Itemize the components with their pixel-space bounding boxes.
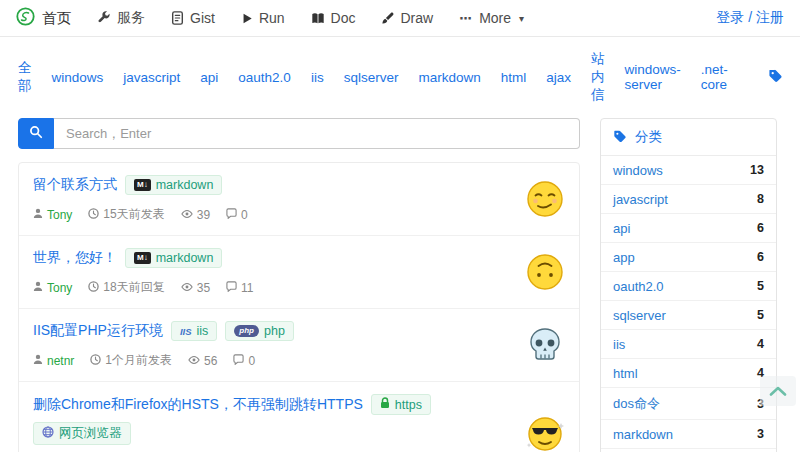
book-icon	[311, 12, 325, 25]
post-time: 15天前发表	[88, 206, 164, 223]
category-link[interactable]: sqlserver	[613, 308, 666, 323]
search-bar	[18, 118, 580, 149]
post-meta: Tony 18天前回复 35 11	[33, 279, 513, 296]
nav-item-gist[interactable]: Gist	[171, 10, 215, 26]
tag-badge-https[interactable]: https	[371, 394, 431, 415]
post-meta: Tony 15天前发表 39 0	[33, 206, 513, 223]
tag-filter[interactable]: sqlserver	[344, 70, 399, 85]
post-author[interactable]: Tony	[33, 208, 72, 222]
navbar: 首页 服务 Gist Run Doc Draw ⋯ More ▾ 登录 / 注册	[0, 0, 800, 37]
category-row: windows13	[601, 156, 776, 185]
tag-filter[interactable]: windows	[52, 70, 104, 85]
category-link[interactable]: app	[613, 250, 635, 265]
markdown-icon: M↓	[134, 179, 151, 191]
tag-filter-all[interactable]: 全部	[18, 59, 32, 95]
category-count: 8	[757, 192, 764, 206]
home-label: 首页	[42, 9, 71, 28]
tag-filter[interactable]: api	[200, 70, 218, 85]
tag-badge-markdown[interactable]: M↓ markdown	[125, 175, 222, 195]
nav-item-draw[interactable]: Draw	[381, 10, 433, 26]
tag-filter[interactable]: .net-core	[701, 62, 728, 92]
post-title-link[interactable]: 删除Chrome和Firefox的HSTS，不再强制跳转HTTPS	[33, 396, 363, 414]
post-time: 1个月前发表	[90, 352, 172, 369]
tag-filter[interactable]: oauth2.0	[238, 70, 291, 85]
tag-filter[interactable]: 站内信	[591, 50, 605, 104]
category-count: 5	[757, 279, 764, 293]
tag-badge-markdown[interactable]: M↓ markdown	[125, 248, 222, 268]
search-input[interactable]	[54, 118, 580, 149]
badge-label: php	[264, 324, 285, 338]
nav-item-more[interactable]: ⋯ More ▾	[459, 10, 524, 26]
upside-down-emoji-avatar	[525, 253, 565, 291]
tag-badge-browser[interactable]: 网页浏览器	[33, 422, 131, 445]
nav-item-label: Gist	[190, 10, 215, 26]
comment-icon	[226, 281, 237, 295]
cool-emoji-avatar	[525, 415, 565, 452]
tag-filter[interactable]: markdown	[418, 70, 480, 85]
category-count: 4	[757, 337, 764, 351]
tag-filter[interactable]: javascript	[123, 70, 180, 85]
journal-icon	[171, 11, 184, 25]
category-link[interactable]: oauth2.0	[613, 279, 664, 294]
tag-badge-php[interactable]: php php	[225, 321, 294, 341]
play-icon	[241, 12, 253, 25]
category-count: 6	[757, 250, 764, 264]
ellipsis-icon: ⋯	[459, 11, 473, 26]
post-author[interactable]: Tony	[33, 281, 72, 295]
chevron-up-icon	[769, 382, 787, 400]
post-title-link[interactable]: IIS配置PHP运行环境	[33, 322, 163, 340]
sidebar-title: 分类	[635, 128, 662, 146]
search-button[interactable]	[18, 118, 54, 149]
post-title-link[interactable]: 世界，您好！	[33, 249, 117, 267]
post-title-link[interactable]: 留个联系方式	[33, 176, 117, 194]
category-link[interactable]: html	[613, 366, 638, 381]
php-icon: php	[234, 325, 259, 337]
login-register-link[interactable]: 登录 / 注册	[716, 9, 784, 27]
globe-icon	[42, 426, 54, 441]
tag-filter[interactable]: html	[501, 70, 527, 85]
tags-icon[interactable]	[768, 68, 783, 87]
clock-icon	[88, 281, 99, 295]
category-count: 3	[757, 427, 764, 441]
category-link[interactable]: iis	[613, 337, 625, 352]
search-icon	[29, 125, 43, 142]
back-to-top-button[interactable]	[760, 376, 796, 406]
eye-icon	[188, 354, 200, 368]
nav-item-doc[interactable]: Doc	[311, 10, 356, 26]
eye-icon	[181, 281, 193, 295]
clock-icon	[88, 208, 99, 222]
tag-filter[interactable]: ajax	[546, 70, 571, 85]
category-count: 5	[757, 308, 764, 322]
category-link[interactable]: windows	[613, 163, 663, 178]
nav-item-services[interactable]: 服务	[97, 9, 145, 27]
tag-filter[interactable]: windows-server	[624, 62, 680, 92]
home-link[interactable]: 首页	[16, 7, 71, 29]
post-views: 39	[181, 208, 210, 222]
comment-icon	[233, 354, 244, 368]
category-link[interactable]: javascript	[613, 192, 668, 207]
nav-item-run[interactable]: Run	[241, 10, 285, 26]
badge-label: 网页浏览器	[59, 425, 122, 442]
iis-icon: IIS	[180, 326, 192, 337]
badge-label: markdown	[156, 251, 214, 265]
tag-filter[interactable]: iis	[311, 70, 324, 85]
lock-icon	[380, 397, 390, 412]
tag-badge-iis[interactable]: IIS iis	[171, 321, 217, 341]
skull-emoji-avatar	[525, 326, 565, 364]
post-views: 56	[188, 354, 217, 368]
clock-icon	[90, 354, 101, 368]
category-row: sqlserver5	[601, 301, 776, 330]
smirk-emoji-avatar	[525, 180, 565, 218]
tag-icon	[613, 129, 627, 146]
category-link[interactable]: api	[613, 221, 630, 236]
category-link[interactable]: markdown	[613, 427, 673, 442]
badge-label: markdown	[156, 178, 214, 192]
post-row: 删除Chrome和Firefox的HSTS，不再强制跳转HTTPS https …	[19, 382, 579, 452]
nav-item-label: More	[479, 10, 511, 26]
person-icon	[33, 281, 43, 295]
post-row: 世界，您好！ M↓ markdown Tony 18天前回复 35 11	[19, 236, 579, 309]
post-author[interactable]: netnr	[33, 354, 74, 368]
category-link[interactable]: dos命令	[613, 395, 660, 413]
post-body: IIS配置PHP运行环境 IIS iis php php netnr 1个月前发…	[33, 321, 513, 369]
content-area: 留个联系方式 M↓ markdown Tony 15天前发表 39 0	[0, 114, 800, 452]
